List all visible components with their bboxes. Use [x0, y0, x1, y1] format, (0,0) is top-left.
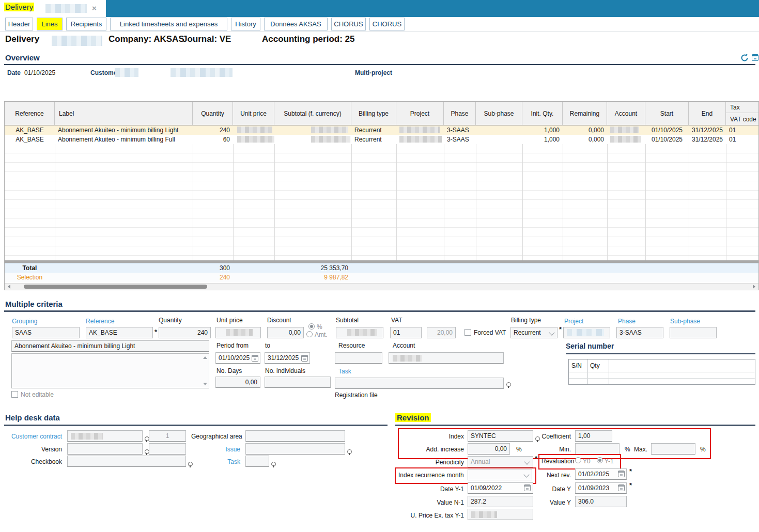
table-row[interactable]: AK_BASE Abonnement Akuiteo - minimum bil…: [5, 126, 758, 135]
min-label: Min.: [540, 446, 571, 453]
col-end[interactable]: End: [689, 102, 726, 125]
tab-chorus-2[interactable]: CHORUS: [369, 18, 405, 30]
col-billing-type[interactable]: Billing type: [351, 102, 396, 125]
coefficient-field[interactable]: 1,00: [575, 430, 612, 442]
multiple-criteria-divider: [4, 310, 755, 312]
uprice-label: U. Price Ex. tax Y-1: [397, 512, 464, 519]
checkbook-field[interactable]: [67, 456, 186, 467]
tab-linked-timesheets[interactable]: Linked timesheets and expenses: [110, 18, 227, 30]
version-field[interactable]: [67, 443, 143, 455]
col-account[interactable]: Account: [607, 102, 645, 125]
scrollbar-thumb[interactable]: [24, 285, 207, 289]
min-field[interactable]: [575, 443, 619, 455]
index-field[interactable]: SYNTEC: [468, 430, 533, 442]
scroll-up-icon[interactable]: [203, 356, 207, 359]
discount-field[interactable]: 0,00: [267, 327, 304, 338]
periodicity-select[interactable]: Annual: [468, 456, 533, 467]
date-y-required-asterisk: *: [629, 481, 632, 489]
period-from-calendar-icon[interactable]: [252, 355, 258, 362]
no-individuals-field[interactable]: [265, 377, 331, 388]
scroll-left-icon[interactable]: [8, 285, 10, 289]
cell-phase: 3-SAAS: [447, 126, 475, 135]
revaluation-y1-radio[interactable]: [597, 457, 603, 463]
task-lookup-icon[interactable]: [506, 382, 511, 387]
task-field[interactable]: [335, 378, 504, 389]
close-icon[interactable]: ×: [92, 4, 97, 12]
phase-field[interactable]: 3-SAAS: [616, 327, 663, 338]
total-quantity: 300: [193, 263, 230, 273]
cell-label: Abonnement Akuiteo - minimum billing Lig…: [58, 126, 191, 135]
redacted-account-value: [393, 355, 422, 362]
description-textarea[interactable]: [11, 353, 209, 388]
tab-recipients[interactable]: Recipients: [66, 18, 106, 30]
issue-field[interactable]: [245, 443, 345, 455]
date-y1-field[interactable]: 01/09/2022: [468, 482, 533, 494]
selection-quantity: 240: [193, 273, 230, 282]
value-n1-field[interactable]: 287.2: [468, 496, 533, 507]
scroll-down-icon[interactable]: [203, 383, 207, 385]
tab-header[interactable]: Header: [5, 18, 33, 30]
col-subtotal[interactable]: Subtotal (f. currency): [274, 102, 351, 125]
col-vat-code[interactable]: VAT code: [726, 114, 758, 125]
geographical-area-label: Geographical area: [191, 433, 240, 440]
tab-lines[interactable]: Lines: [37, 18, 63, 30]
redacted-delivery-id: [52, 36, 102, 46]
discount-amount-radio[interactable]: [306, 331, 313, 337]
quantity-field[interactable]: 240: [159, 327, 211, 338]
col-reference[interactable]: Reference: [5, 102, 55, 125]
revaluation-y0-radio[interactable]: [575, 457, 581, 463]
reference-field[interactable]: AK_BASE: [86, 327, 153, 338]
tab-chorus-1[interactable]: CHORUS: [331, 18, 366, 30]
index-recurrence-select[interactable]: [468, 469, 532, 480]
resource-field[interactable]: [335, 352, 382, 364]
vat-code-field[interactable]: 01: [390, 327, 422, 338]
no-days-field[interactable]: 0,00: [215, 377, 260, 388]
col-label[interactable]: Label: [55, 102, 193, 125]
col-project[interactable]: Project: [396, 102, 444, 125]
col-tax[interactable]: Tax: [726, 102, 758, 113]
calendar-tool-icon[interactable]: [752, 54, 758, 61]
col-phase[interactable]: Phase: [444, 102, 476, 125]
horizontal-scrollbar[interactable]: [5, 283, 758, 290]
geographical-area-field[interactable]: [245, 430, 345, 442]
index-lookup-icon[interactable]: [535, 436, 540, 441]
tab-history[interactable]: History: [231, 18, 260, 30]
date-y1-calendar-icon[interactable]: [524, 484, 531, 491]
add-increase-field[interactable]: 0,00: [468, 443, 510, 455]
item-label-field[interactable]: Abonnement Akuiteo - minimum billing Lig…: [11, 340, 209, 352]
value-y-field[interactable]: 306.0: [575, 496, 627, 507]
helpdesk-task-field[interactable]: [245, 456, 269, 467]
serial-number-table[interactable]: S/N Qty: [568, 359, 755, 385]
issue-lookup-icon[interactable]: [347, 449, 352, 454]
col-sub-phase[interactable]: Sub-phase: [476, 102, 522, 125]
cell-end: 31/12/2025: [689, 135, 726, 144]
tab-chorus-2-label: CHORUS: [373, 20, 401, 28]
helpdesk-task-lookup-icon[interactable]: [271, 462, 276, 466]
selection-subtotal: 9 987,82: [274, 273, 348, 282]
table-row[interactable]: AK_BASE Abonnement Akuiteo - minimum bil…: [5, 135, 758, 144]
grouping-field[interactable]: SAAS: [12, 327, 80, 338]
col-quantity[interactable]: Quantity: [193, 102, 233, 125]
col-start[interactable]: Start: [645, 102, 689, 125]
forced-vat-checkbox[interactable]: [464, 329, 471, 336]
col-remaining[interactable]: Remaining: [563, 102, 607, 125]
version-extra-field: [149, 443, 186, 455]
window-tab-delivery[interactable]: Delivery ×: [0, 0, 106, 17]
customer-contract-label: Customer contract: [5, 433, 62, 440]
discount-percent-radio[interactable]: [308, 323, 315, 330]
col-init-qty[interactable]: Init. Qty.: [522, 102, 563, 125]
cell-remaining: 0,000: [563, 126, 604, 135]
scroll-right-icon[interactable]: [753, 285, 755, 289]
not-editable-checkbox[interactable]: [11, 391, 18, 398]
max-field[interactable]: [651, 443, 695, 455]
period-to-calendar-icon[interactable]: [301, 355, 308, 362]
reference-required-asterisk: *: [154, 328, 157, 336]
date-value: 01/10/2025: [24, 69, 55, 76]
col-unit-price[interactable]: Unit price: [233, 102, 274, 125]
sub-phase-field[interactable]: [670, 327, 717, 338]
next-rev-calendar-icon[interactable]: [618, 471, 625, 477]
refresh-icon[interactable]: [740, 53, 749, 62]
tab-donnees-aksas[interactable]: Données AKSAS: [264, 18, 328, 30]
period-from-label: Period from: [216, 342, 249, 349]
date-y-calendar-icon[interactable]: [618, 484, 625, 491]
